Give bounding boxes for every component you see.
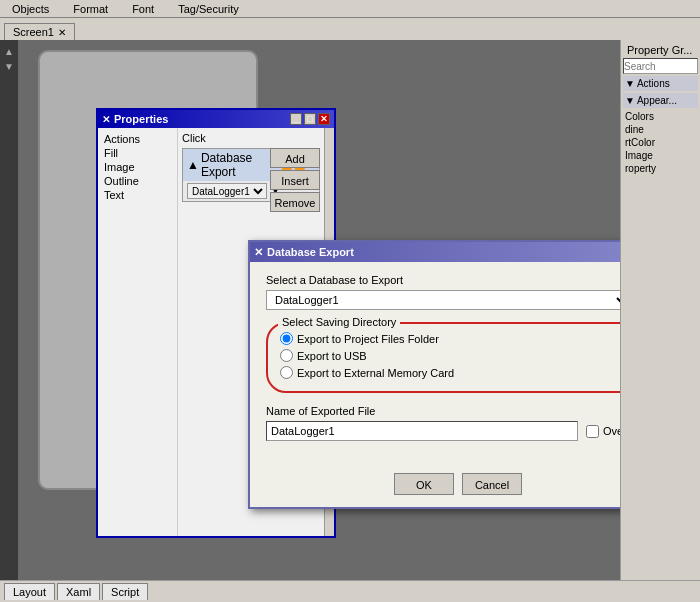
props-left-panel: Actions Fill Image Outline Text <box>98 128 178 536</box>
right-panel-section-appear: ▼ Appear... <box>623 93 698 108</box>
right-panel: Property Gr... ▼ Actions ▼ Appear... Col… <box>620 40 700 580</box>
remove-button[interactable]: Remove <box>270 192 320 212</box>
action-datalogger-select[interactable]: DataLogger1 <box>187 183 267 199</box>
chevron-down-icon: ▼ <box>625 78 635 89</box>
tab-close-icon[interactable]: ✕ <box>58 27 66 38</box>
bottom-tab-layout[interactable]: Layout <box>4 583 55 600</box>
add-button[interactable]: Add <box>270 148 320 168</box>
win-close-btn[interactable]: ✕ <box>318 113 330 125</box>
radio-memory-card-input[interactable] <box>280 366 293 379</box>
radio-usb-input[interactable] <box>280 349 293 362</box>
db-export-dialog: ✕ Database Export ✕ Select a Database to… <box>248 240 620 509</box>
bottom-tabs: Layout Xaml Script <box>0 580 700 602</box>
menu-tag-security[interactable]: Tag/Security <box>166 3 251 15</box>
properties-title: Properties <box>114 113 168 125</box>
radio-memory-card-label: Export to External Memory Card <box>297 367 454 379</box>
right-panel-item-image[interactable]: Image <box>623 149 698 162</box>
menu-objects[interactable]: Objects <box>0 3 61 15</box>
right-panel-section-actions: ▼ Actions <box>623 76 698 91</box>
right-panel-section-actions-title[interactable]: ▼ Actions <box>625 78 696 89</box>
props-item-actions[interactable]: Actions <box>102 132 173 146</box>
chevron-down-icon-2: ▼ <box>625 95 635 106</box>
section-appear-label: Appear... <box>637 95 677 106</box>
win-maximize-btn[interactable]: □ <box>304 113 316 125</box>
db-dialog-body: Select a Database to Export DataLogger1 … <box>250 262 620 465</box>
right-panel-item-colors[interactable]: Colors <box>623 110 698 123</box>
section-actions-label: Actions <box>637 78 670 89</box>
overwrite-label: Overwrite <box>603 425 620 437</box>
tab-label: Screen1 <box>13 26 54 38</box>
canvas-area: ✕ Properties _ □ ✕ Actions Fill Image Ou… <box>18 40 620 580</box>
cancel-button[interactable]: Cancel <box>462 473 522 495</box>
radio-memory-card: Export to External Memory Card <box>280 366 620 379</box>
right-panel-item-dine[interactable]: dine <box>623 123 698 136</box>
radio-usb-label: Export to USB <box>297 350 367 362</box>
right-panel-item-roperty[interactable]: roperty <box>623 162 698 175</box>
properties-titlebar: ✕ Properties _ □ ✕ <box>98 110 334 128</box>
radio-usb: Export to USB <box>280 349 620 362</box>
select-db-label: Select a Database to Export <box>266 274 620 286</box>
overwrite-checkbox[interactable] <box>586 425 599 438</box>
props-section-click-label: Click <box>182 132 320 144</box>
db-dialog-titlebar: ✕ Database Export ✕ <box>250 242 620 262</box>
tab-screen1[interactable]: Screen1 ✕ <box>4 23 75 40</box>
win-minimize-btn[interactable]: _ <box>290 113 302 125</box>
menu-bar: Objects Format Font Tag/Security <box>0 0 700 18</box>
win-controls: _ □ ✕ <box>290 113 330 125</box>
db-dialog-title-icon: ✕ <box>254 246 263 259</box>
sidebar-arrow-down[interactable]: ▼ <box>4 61 14 72</box>
props-item-image[interactable]: Image <box>102 160 173 174</box>
exported-file-input[interactable] <box>266 421 578 441</box>
db-select-row: DataLogger1 ▼ <box>266 290 620 310</box>
action-buttons: Add Insert Remove <box>270 148 320 212</box>
props-item-text[interactable]: Text <box>102 188 173 202</box>
action-entry-name: Database Export <box>201 151 277 179</box>
db-name-section: Name of Exported File Overwrite <box>266 405 620 441</box>
tab-bar: Screen1 ✕ <box>0 18 700 40</box>
right-panel-section-appear-title[interactable]: ▼ Appear... <box>625 95 696 106</box>
db-select-dropdown[interactable]: DataLogger1 <box>266 290 620 310</box>
menu-format[interactable]: Format <box>61 3 120 15</box>
radio-project-files-input[interactable] <box>280 332 293 345</box>
ok-button[interactable]: OK <box>394 473 454 495</box>
main-area: ▲ ▼ ✕ Properties _ □ ✕ Actions <box>0 40 700 580</box>
bottom-tab-xaml[interactable]: Xaml <box>57 583 100 600</box>
right-panel-item-rtcolor[interactable]: rtColor <box>623 136 698 149</box>
props-item-outline[interactable]: Outline <box>102 174 173 188</box>
saving-dir-section: Select Saving Directory Export to Projec… <box>266 322 620 393</box>
right-panel-search[interactable] <box>623 58 698 74</box>
db-dialog-title: Database Export <box>267 246 354 258</box>
exported-file-label: Name of Exported File <box>266 405 620 417</box>
left-sidebar: ▲ ▼ <box>0 40 18 580</box>
db-name-row: Overwrite <box>266 421 620 441</box>
saving-dir-label: Select Saving Directory <box>278 316 400 328</box>
db-dialog-footer: OK Cancel <box>250 465 620 507</box>
menu-font[interactable]: Font <box>120 3 166 15</box>
properties-title-icon: ✕ <box>102 114 110 125</box>
bottom-tab-script[interactable]: Script <box>102 583 148 600</box>
insert-button[interactable]: Insert <box>270 170 320 190</box>
sidebar-arrow-up[interactable]: ▲ <box>4 46 14 57</box>
action-expand-icon[interactable]: ▲ <box>187 158 199 172</box>
saving-dir-container: Select Saving Directory Export to Projec… <box>266 322 620 393</box>
right-panel-title: Property Gr... <box>623 42 698 58</box>
overwrite-row: Overwrite <box>586 425 620 438</box>
radio-project-files: Export to Project Files Folder <box>280 332 620 345</box>
radio-project-files-label: Export to Project Files Folder <box>297 333 439 345</box>
props-item-fill[interactable]: Fill <box>102 146 173 160</box>
